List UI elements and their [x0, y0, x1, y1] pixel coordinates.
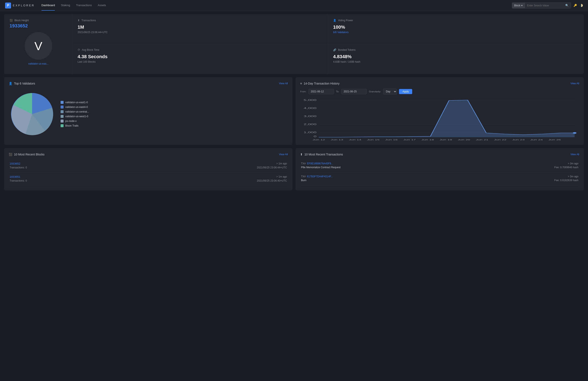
logo: P EXPLORER [5, 2, 35, 8]
tx-history-panel: ≡ 14-Day Transaction History View All Fr… [296, 77, 584, 145]
from-date-input[interactable] [309, 89, 334, 94]
nav-right: Block ▾ 🔍 🔑 🌓 [512, 2, 583, 8]
svg-text:Jun 25: Jun 25 [548, 139, 561, 140]
svg-text:3,000: 3,000 [304, 115, 316, 117]
search-type-dropdown[interactable]: Block ▾ [512, 3, 525, 8]
nav-assets[interactable]: Assets [98, 0, 106, 11]
svg-text:Jun 13: Jun 13 [331, 139, 343, 140]
tx-history-header: ≡ 14-Day Transaction History View All [300, 82, 579, 85]
apply-button[interactable]: Apply [399, 89, 412, 94]
nav-dashboard[interactable]: Dashboard [42, 0, 55, 11]
tx-hash-0[interactable]: EF0E16B8676A45F9... [307, 162, 333, 165]
svg-text:Jun 15: Jun 15 [367, 139, 379, 140]
stat-voting-power: 👤 Voting Power 100% 6/6 Validators [328, 15, 584, 44]
svg-text:Jun 18: Jun 18 [421, 139, 434, 140]
validators-panel-header: 👤 Top 6 Validators View All [9, 82, 288, 85]
svg-text:5,000: 5,000 [304, 99, 316, 101]
svg-text:2,000: 2,000 [304, 123, 316, 126]
svg-text:Jun 14: Jun 14 [349, 139, 362, 140]
theme-toggle[interactable]: 🌓 [580, 4, 583, 7]
svg-text:Jun 20: Jun 20 [458, 139, 470, 140]
svg-text:Jun 19: Jun 19 [440, 139, 452, 140]
legend-item-3: validator-us-west1-0 [61, 115, 89, 118]
legend-item-5: Bison Trails [61, 124, 89, 127]
tx-item-0: TX# EF0E16B8676A45F9... > 3m ago P8e Mem… [300, 159, 579, 172]
tx-hash-1[interactable]: 617B3F7DA4FA514F... [307, 175, 333, 178]
nav-transactions[interactable]: Transactions [76, 0, 92, 11]
legend-item-2: validator-us-central... [61, 110, 89, 113]
block-height-label: ⬛ Block Height [10, 19, 29, 22]
legend-item-1: validator-us-east4-0 [61, 106, 89, 109]
navbar: P EXPLORER Dashboard Staking Transaction… [0, 0, 588, 11]
svg-point-27 [573, 132, 577, 134]
validators-panel: 👤 Top 6 Validators View All [4, 77, 292, 145]
legend-item-0: validator-us-east1-0 [61, 101, 89, 104]
svg-text:1,000: 1,000 [304, 131, 316, 133]
pie-legend: validator-us-east1-0 validator-us-east4-… [61, 101, 89, 127]
bottom-row: ⬛ 10 Most Recent Blocks View All 1933652… [4, 148, 584, 190]
svg-text:Jun 22: Jun 22 [494, 139, 506, 140]
top-panel: ⬛ Block Height 1933652 V validator-us-ea… [4, 15, 584, 74]
legend-item-4: ps-node-v [61, 120, 89, 123]
pie-container: validator-us-east1-0 validator-us-east4-… [9, 89, 288, 139]
chart-area: 5,000 4,000 3,000 2,000 1,000 0 Jun 12 J… [300, 98, 579, 140]
validator-link[interactable]: validator-us-eas... [28, 62, 48, 65]
search-button[interactable]: 🔍 [563, 2, 571, 8]
block-item-0: 1933652 > 1m ago Transactions: 0 2021/06… [9, 159, 288, 173]
stats-grid: ⬆ Transactions 1M 2021/06/25 23:06:44+UT… [72, 15, 584, 74]
recent-tx-header: ⬆ 10 Most Recent Transactions View All [300, 153, 579, 156]
recent-tx-view-all[interactable]: View All [570, 153, 579, 156]
tx-controls: From: To: Granularity: Day Hour Apply [300, 89, 579, 95]
main-content: ⬛ Block Height 1933652 V validator-us-ea… [0, 11, 588, 194]
svg-text:0: 0 [314, 135, 316, 138]
stat-transactions: ⬆ Transactions 1M 2021/06/25 23:06:44+UT… [72, 15, 328, 44]
tx-item-1: TX# 617B3F7DA4FA514F... > 3m ago Burn Fe… [300, 172, 579, 185]
svg-text:Jun 23: Jun 23 [512, 139, 525, 140]
logo-text: EXPLORER [13, 4, 35, 7]
nav-staking[interactable]: Staking [61, 0, 70, 11]
block-item-1: 1933651 > 1m ago Transactions: 0 2021/06… [9, 173, 288, 186]
nav-links: Dashboard Staking Transactions Assets [42, 0, 505, 11]
search-container: Block ▾ 🔍 [512, 2, 571, 8]
svg-text:4,000: 4,000 [304, 107, 316, 109]
tx-history-view-all[interactable]: View All [570, 82, 579, 85]
granularity-select[interactable]: Day Hour [383, 89, 397, 95]
svg-text:Jun 16: Jun 16 [385, 139, 398, 140]
recent-blocks-view-all[interactable]: View All [279, 153, 288, 156]
recent-blocks-panel: ⬛ 10 Most Recent Blocks View All 1933652… [4, 148, 292, 190]
block-hash-1[interactable]: 1933651 [10, 175, 21, 178]
svg-text:Jun 24: Jun 24 [530, 139, 543, 140]
recent-transactions-panel: ⬆ 10 Most Recent Transactions View All T… [296, 148, 584, 190]
stat-bonded-tokens: 🔗 Bonded Tokens 4.8348% 4.83B hash / 100… [328, 44, 584, 74]
svg-text:Jun 21: Jun 21 [476, 139, 488, 140]
svg-text:Jun 17: Jun 17 [403, 139, 416, 140]
block-height-value: 1933652 [10, 23, 28, 29]
validator-avatar: V [25, 32, 52, 60]
key-icon[interactable]: 🔑 [573, 4, 577, 7]
svg-text:Jun 12: Jun 12 [313, 139, 325, 140]
middle-row: 👤 Top 6 Validators View All [4, 77, 584, 145]
logo-icon: P [5, 2, 11, 8]
stat-avg-block-time: ⏱ Avg Block Time 4.38 Seconds Last 100 B… [72, 44, 328, 74]
search-input[interactable] [525, 3, 563, 8]
tx-history-chart: 5,000 4,000 3,000 2,000 1,000 0 Jun 12 J… [300, 98, 579, 140]
validators-view-all[interactable]: View All [279, 82, 288, 85]
to-date-input[interactable] [341, 89, 367, 94]
pie-chart [9, 91, 56, 137]
recent-blocks-header: ⬛ 10 Most Recent Blocks View All [9, 153, 288, 156]
block-info: ⬛ Block Height 1933652 V validator-us-ea… [4, 15, 72, 74]
block-hash-0[interactable]: 1933652 [10, 162, 21, 165]
